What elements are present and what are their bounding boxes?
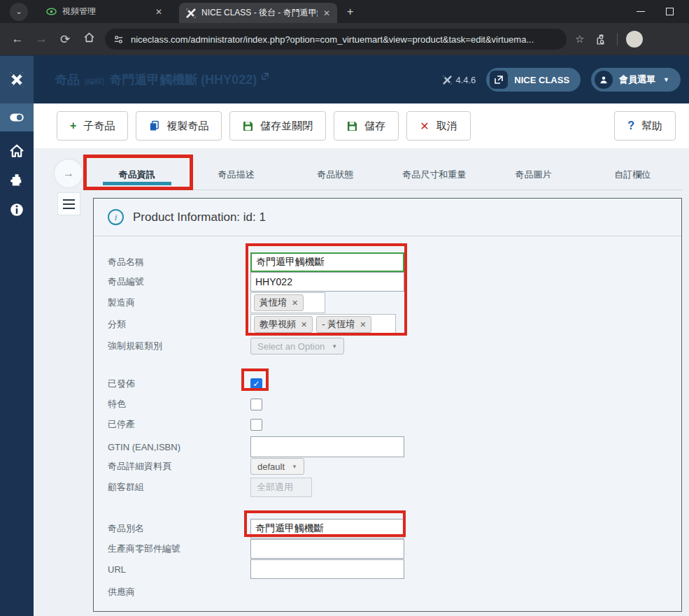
tab-product-images[interactable]: 奇品圖片 [484,159,583,189]
maximize-button[interactable] [666,8,674,15]
form-row-detail-page: 奇品詳細資料頁 default ▼ [108,458,681,475]
save-close-button[interactable]: 儲存並關閉 [229,111,326,141]
button-label: 子奇品 [83,120,115,133]
bookmark-star-icon[interactable]: ☆ [575,33,584,45]
tab-product-description[interactable]: 奇品描述 [187,159,286,189]
puzzle-icon [10,173,24,187]
view-site-label: NICE CLASS [514,75,569,85]
user-menu-button[interactable]: 會員選單 ▼ [591,68,681,92]
help-button[interactable]: ? 幫助 [614,111,676,141]
address-bar[interactable]: niceclass.com/administrator/index.php?op… [105,29,567,50]
save-icon [243,121,253,131]
manufacturer-tag: 黃恆堉 ✕ [254,294,304,311]
field-label: 生產商零部件編號 [108,543,250,555]
home-button[interactable] [77,31,101,47]
user-menu-label: 會員選單 [619,73,655,86]
manufacturer-tag-input[interactable]: 黃恆堉 ✕ [250,292,325,313]
cancel-button[interactable]: ✕ 取消 [406,111,470,141]
field-label: 供應商 [108,586,250,599]
action-toolbar: + 子奇品 複製奇品 儲存並關閉 儲存 ✕ 取消 ? 幫助 [34,103,689,148]
joomla-logo-icon [443,76,452,85]
sku-input[interactable] [250,272,404,292]
back-button[interactable]: ← [6,32,29,46]
form-row-product-name: 奇品名稱 [108,252,681,272]
tab-close-icon[interactable]: ✕ [155,7,162,17]
field-label: 奇品別名 [108,522,250,535]
field-label: 顧客群組 [108,481,250,494]
product-form: 奇品名稱 奇品編號 製造商 黃恆堉 ✕ [94,236,681,599]
button-label: 取消 [436,120,457,133]
tab-product-status[interactable]: 奇品狀態 [285,159,385,189]
new-child-product-button[interactable]: + 子奇品 [57,111,128,141]
form-row-alias: 奇品別名 [108,519,681,538]
view-site-button[interactable]: NICE CLASS [486,68,581,92]
field-label: 特色 [108,398,250,410]
url-text: niceclass.com/administrator/index.php?op… [131,34,558,45]
form-row-categories: 分類 教學視頻 ✕ - 黃恆堉 ✕ [108,314,681,335]
tab-custom-fields[interactable]: 自訂欄位 [583,159,682,189]
external-link-icon [490,71,508,89]
tab-close-icon[interactable]: ✕ [323,8,330,18]
field-label: 強制規範類別 [108,340,250,352]
close-icon: ✕ [420,120,429,133]
alias-input[interactable] [250,519,404,538]
sidebar-item-info[interactable] [0,196,34,224]
browser-toolbar: ← → ⟳ niceclass.com/administrator/index.… [0,23,689,56]
browser-tab-title: 視頻管理 [62,6,150,17]
detail-page-select[interactable]: default ▼ [250,458,304,475]
product-name-input[interactable] [250,252,404,272]
sidebar-item-toggle[interactable] [0,103,34,131]
reload-button[interactable]: ⟳ [53,32,77,47]
admin-sidebar [0,56,34,616]
extensions-puzzle-icon[interactable] [595,34,607,45]
tab-product-dimensions[interactable]: 奇品尺寸和重量 [385,159,484,189]
external-link-icon[interactable] [262,69,269,83]
breadcrumb-mode: [編輯] [85,76,104,87]
form-row-discontinued: 已停產 [108,418,681,431]
forward-button[interactable]: → [29,32,53,46]
scroll-tabs-arrow-icon[interactable]: → [55,159,83,187]
rule-category-select[interactable]: Select an Option ▼ [250,338,344,354]
panel-header: i Product Information: id: 1 [94,199,681,236]
product-information-panel: i Product Information: id: 1 奇品名稱 奇品編號 製… [93,198,682,612]
browser-tab-video[interactable]: 視頻管理 ✕ [39,0,169,23]
discontinued-checkbox[interactable] [250,419,262,431]
site-controls-icon[interactable] [113,34,124,45]
chevron-down-icon: ▼ [292,464,297,470]
question-icon: ? [627,120,634,132]
button-label: 複製奇品 [166,120,208,133]
save-button[interactable]: 儲存 [334,111,399,141]
form-row-rule-category: 強制規範類別 Select an Option ▼ [108,338,681,354]
published-checkbox[interactable]: ✓ [250,378,262,390]
minimize-button[interactable] [637,11,645,13]
form-row-sku: 奇品編號 [108,272,681,292]
url-input[interactable] [250,559,404,579]
profile-avatar[interactable] [626,31,643,48]
gtin-input[interactable] [250,436,404,457]
window-controls [637,0,689,23]
mpn-input[interactable] [250,539,404,559]
copy-icon [149,120,159,131]
featured-checkbox[interactable] [250,399,262,410]
chevron-down-icon: ▼ [332,343,337,350]
hamburger-menu-icon[interactable] [57,192,80,215]
remove-tag-icon[interactable]: ✕ [292,299,298,308]
remove-tag-icon[interactable]: ✕ [301,320,307,329]
remove-tag-icon[interactable]: ✕ [360,320,366,329]
category-tag: 教學視頻 ✕ [254,316,313,333]
customer-group-input[interactable]: 全部適用 [250,478,312,497]
new-tab-button[interactable]: + [347,6,353,18]
tab-search-button[interactable]: ⌄ [10,3,28,21]
copy-product-button[interactable]: 複製奇品 [136,111,222,141]
joomla-favicon-icon [186,8,196,18]
save-icon [347,121,357,131]
plus-icon: + [70,120,76,132]
browser-tab-niceclass[interactable]: NICE CLASS - 後台 - 奇門遁甲觸 ✕ [179,3,337,23]
sidebar-item-home[interactable] [0,137,34,165]
sidebar-item-components[interactable] [0,166,34,194]
joomla-logo-icon[interactable] [0,56,34,103]
form-row-manufacturer: 製造商 黃恆堉 ✕ [108,292,681,313]
video-site-favicon-eye-icon [46,6,57,17]
categories-tag-input[interactable]: 教學視頻 ✕ - 黃恆堉 ✕ [250,314,396,335]
tab-product-information[interactable]: 奇品資訊 [87,159,187,189]
